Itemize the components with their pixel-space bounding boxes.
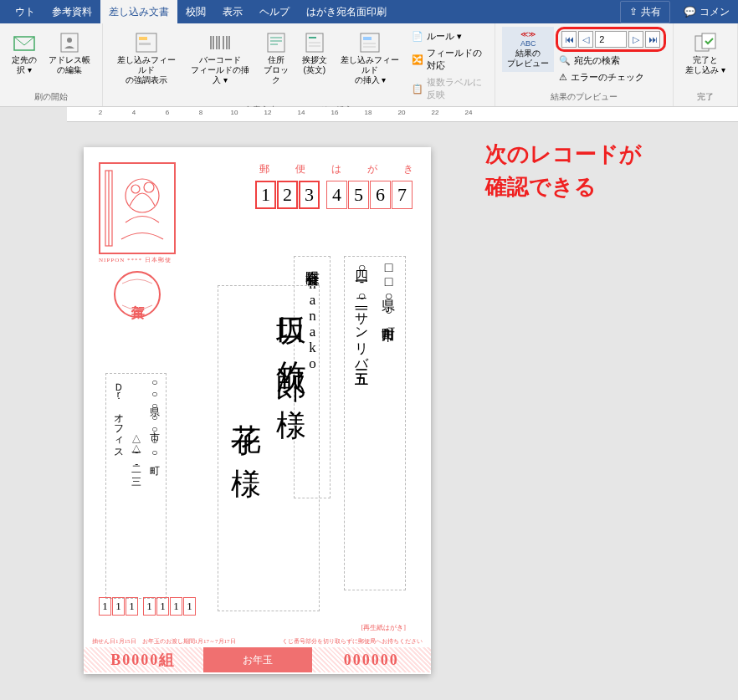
search-icon: 🔍: [559, 55, 571, 66]
barcode-icon: [208, 30, 233, 55]
group-start-mailmerge: 定先の択 ▾ アドレス帳の編集 刷の開始: [0, 23, 103, 106]
recipient-name-field[interactable]: 坂口 竹次郎 様 花子 様: [218, 285, 320, 611]
svg-rect-5: [139, 43, 151, 45]
sender-postal-code: 1 1 1 1 1 1 1: [99, 597, 196, 616]
svg-point-31: [144, 182, 154, 192]
address-block-button[interactable]: 住所ブロック: [257, 27, 295, 89]
ribbon-body: 定先の択 ▾ アドレス帳の編集 刷の開始 差し込みフィールドの強調表示 バーコー…: [0, 23, 738, 107]
record-navigation: ⏮ ◁ ▷ ⏭: [556, 27, 666, 52]
annotation-text: 次のレコードが 確認できる: [485, 138, 642, 203]
addressbook-icon: [57, 30, 82, 55]
match-icon: 🔀: [412, 54, 423, 65]
labels-icon: 📋: [412, 84, 423, 95]
sender-address-field[interactable]: ○○県○○市○○○町 △△一‐二‐三 Ｄｒ．オフィス: [105, 373, 167, 599]
postal-digit: 6: [370, 181, 391, 209]
postal-digit: 4: [326, 181, 347, 209]
svg-rect-22: [363, 37, 372, 40]
highlight-icon: [134, 30, 159, 55]
tab-hagaki-print[interactable]: はがき宛名面印刷: [298, 0, 395, 24]
group-preview-results: ≪≫ ABC 結果の プレビュー ⏮ ◁ ▷ ⏭ 🔍宛先の検索 ⚠エラーのチェッ…: [495, 23, 674, 106]
postal-digit: 7: [392, 181, 413, 209]
update-labels-button: 📋複数ラベルに反映: [408, 74, 488, 103]
recipient-address-field[interactable]: □□県○○市白川町 四○一‐二○一サンリバー五五五: [344, 256, 406, 590]
horizontal-ruler[interactable]: 24681012141618202224: [67, 107, 738, 122]
postal-digit: 1: [126, 597, 138, 616]
postal-digit: 1: [183, 597, 196, 616]
find-recipient-button[interactable]: 🔍宛先の検索: [556, 53, 666, 69]
group-label-finish: 完了: [697, 89, 714, 103]
prev-record-button[interactable]: ◁: [578, 31, 593, 48]
nenga-stamp: 年賀: [114, 271, 161, 318]
record-number-input[interactable]: [595, 31, 627, 48]
finish-merge-button[interactable]: 完了と 差し込み ▾: [680, 27, 730, 79]
svg-rect-26: [702, 33, 715, 49]
svg-rect-21: [361, 33, 379, 52]
postal-digit: 1: [255, 181, 276, 209]
postal-digit: 1: [170, 597, 182, 616]
postal-digit: 5: [348, 181, 369, 209]
last-record-button[interactable]: ⏭: [645, 31, 660, 48]
insert-merge-field-button[interactable]: 差し込みフィールドの挿入 ▾: [334, 27, 407, 89]
recycle-label: [再生紙はがき]: [361, 623, 406, 632]
finish-icon: [693, 30, 718, 55]
hagaki-page[interactable]: NIPPON **** 日本郵便 年賀 郵 便 は が き 1 2 3 4 5 …: [84, 147, 431, 674]
svg-point-29: [126, 179, 159, 212]
postal-digit: 1: [99, 597, 111, 616]
next-record-button[interactable]: ▷: [628, 31, 643, 48]
lottery-group: B0000組: [84, 647, 203, 672]
preview-results-button[interactable]: ≪≫ ABC 結果の プレビュー: [502, 27, 554, 72]
rules-icon: 📄: [412, 31, 423, 42]
greeting-icon: [302, 30, 327, 55]
address-icon: [264, 30, 289, 55]
tab-review[interactable]: 校閲: [177, 0, 214, 24]
rules-button[interactable]: 📄ルール ▾: [408, 28, 488, 44]
lottery-number: 000000: [312, 647, 432, 672]
merge-field-icon: [357, 30, 382, 55]
error-icon: ⚠: [559, 72, 567, 83]
edit-recipient-list-button[interactable]: アドレス帳の編集: [44, 27, 95, 79]
nenga-decoration-icon: [114, 271, 161, 318]
barcode-field-button[interactable]: バーコードフィールドの挿入 ▾: [184, 27, 255, 89]
group-finish: 完了と 差し込み ▾ 完了: [674, 23, 738, 106]
tab-mailings[interactable]: 差し込み文書: [100, 0, 177, 24]
comment-button[interactable]: 💬コメン: [675, 2, 738, 23]
stamp-frame: [99, 162, 176, 254]
stamp-art-icon: [100, 164, 174, 253]
ribbon-tabs: ウト 参考資料 差し込み文書 校閲 表示 ヘルプ はがき宛名面印刷 ⇪共有 💬コ…: [0, 0, 738, 23]
svg-rect-4: [139, 37, 147, 40]
highlight-merge-fields-button[interactable]: 差し込みフィールドの強調表示: [110, 27, 182, 89]
postal-digit: 1: [143, 597, 156, 616]
tab-help[interactable]: ヘルプ: [251, 0, 298, 24]
recipient-postal-code: 1 2 3 4 5 6 7: [255, 181, 413, 209]
nippon-label: NIPPON **** 日本郵便: [99, 256, 176, 264]
greeting-line-button[interactable]: 挨拶文(英文): [297, 27, 332, 79]
group-label-preview: 結果のプレビュー: [551, 89, 618, 103]
first-record-button[interactable]: ⏮: [561, 31, 577, 48]
envelope-icon: [12, 30, 37, 55]
document-area: NIPPON **** 日本郵便 年賀 郵 便 は が き 1 2 3 4 5 …: [0, 122, 738, 674]
postal-digit: 3: [299, 181, 320, 209]
postal-digit: 2: [277, 181, 298, 209]
svg-point-2: [67, 38, 72, 43]
group-label-start: 刷の開始: [34, 89, 68, 103]
otoshidama-label: お年玉: [203, 647, 312, 672]
lottery-strip: 抽せん日1月15日 お年玉のお渡し期間1月17～7月17日 くじ番号部分を切り取…: [84, 636, 431, 674]
match-fields-button[interactable]: 🔀フィールドの対応: [408, 45, 488, 74]
tab-layout[interactable]: ウト: [7, 0, 44, 24]
share-icon: ⇪: [629, 6, 638, 18]
postal-label: 郵 便 は が き: [259, 162, 425, 176]
check-errors-button[interactable]: ⚠エラーのチェック: [556, 69, 666, 85]
comment-icon: 💬: [684, 6, 696, 18]
postal-digit: 1: [112, 597, 125, 616]
postal-digit: 1: [156, 597, 169, 616]
share-button[interactable]: ⇪共有: [620, 1, 670, 23]
svg-point-30: [131, 185, 140, 193]
stamp-area: NIPPON **** 日本郵便 年賀: [99, 162, 176, 318]
svg-rect-13: [268, 33, 284, 52]
tab-view[interactable]: 表示: [214, 0, 251, 24]
select-recipients-button[interactable]: 定先の択 ▾: [7, 27, 42, 79]
tab-references[interactable]: 参考資料: [44, 0, 100, 24]
group-write-insert: 差し込みフィールドの強調表示 バーコードフィールドの挿入 ▾ 住所ブロック 挨拶…: [103, 23, 495, 106]
